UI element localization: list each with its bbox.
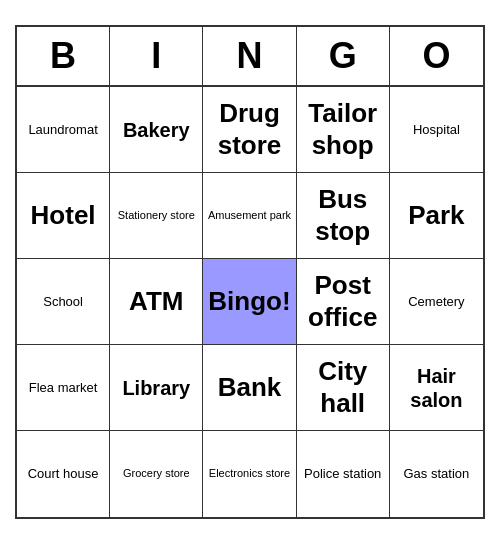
cell-text: Bingo!	[208, 286, 290, 317]
cell-text: Post office	[301, 270, 385, 332]
cell-text: Cemetery	[408, 294, 464, 310]
bingo-cell: Cemetery	[390, 259, 483, 345]
cell-text: Bus stop	[301, 184, 385, 246]
bingo-cell: Bingo!	[203, 259, 296, 345]
bingo-cell: Gas station	[390, 431, 483, 517]
bingo-cell: Electronics store	[203, 431, 296, 517]
header-letter: G	[297, 27, 390, 85]
bingo-cell: Police station	[297, 431, 390, 517]
bingo-cell: Tailor shop	[297, 87, 390, 173]
cell-text: Bank	[218, 372, 282, 403]
cell-text: Gas station	[404, 466, 470, 482]
cell-text: Stationery store	[118, 209, 195, 222]
cell-text: City hall	[301, 356, 385, 418]
bingo-header: BINGO	[17, 27, 483, 87]
bingo-cell: Laundromat	[17, 87, 110, 173]
bingo-cell: Stationery store	[110, 173, 203, 259]
cell-text: Library	[122, 376, 190, 400]
cell-text: School	[43, 294, 83, 310]
bingo-grid: LaundromatBakeryDrug storeTailor shopHos…	[17, 87, 483, 517]
bingo-cell: City hall	[297, 345, 390, 431]
header-letter: O	[390, 27, 483, 85]
bingo-cell: Library	[110, 345, 203, 431]
cell-text: Amusement park	[208, 209, 291, 222]
cell-text: Police station	[304, 466, 381, 482]
bingo-cell: Drug store	[203, 87, 296, 173]
bingo-cell: Hotel	[17, 173, 110, 259]
bingo-cell: Hospital	[390, 87, 483, 173]
cell-text: Flea market	[29, 380, 98, 396]
bingo-cell: Bank	[203, 345, 296, 431]
cell-text: Drug store	[207, 98, 291, 160]
cell-text: Tailor shop	[301, 98, 385, 160]
bingo-cell: Grocery store	[110, 431, 203, 517]
cell-text: ATM	[129, 286, 183, 317]
cell-text: Hotel	[31, 200, 96, 231]
bingo-cell: Bus stop	[297, 173, 390, 259]
cell-text: Laundromat	[28, 122, 97, 138]
cell-text: Court house	[28, 466, 99, 482]
cell-text: Bakery	[123, 118, 190, 142]
bingo-cell: Park	[390, 173, 483, 259]
bingo-cell: Bakery	[110, 87, 203, 173]
header-letter: I	[110, 27, 203, 85]
bingo-cell: Hair salon	[390, 345, 483, 431]
bingo-card: BINGO LaundromatBakeryDrug storeTailor s…	[15, 25, 485, 519]
cell-text: Hair salon	[394, 364, 479, 412]
bingo-cell: School	[17, 259, 110, 345]
header-letter: N	[203, 27, 296, 85]
bingo-cell: Court house	[17, 431, 110, 517]
cell-text: Park	[408, 200, 464, 231]
bingo-cell: Amusement park	[203, 173, 296, 259]
header-letter: B	[17, 27, 110, 85]
cell-text: Electronics store	[209, 467, 290, 480]
cell-text: Grocery store	[123, 467, 190, 480]
bingo-cell: ATM	[110, 259, 203, 345]
bingo-cell: Post office	[297, 259, 390, 345]
cell-text: Hospital	[413, 122, 460, 138]
bingo-cell: Flea market	[17, 345, 110, 431]
